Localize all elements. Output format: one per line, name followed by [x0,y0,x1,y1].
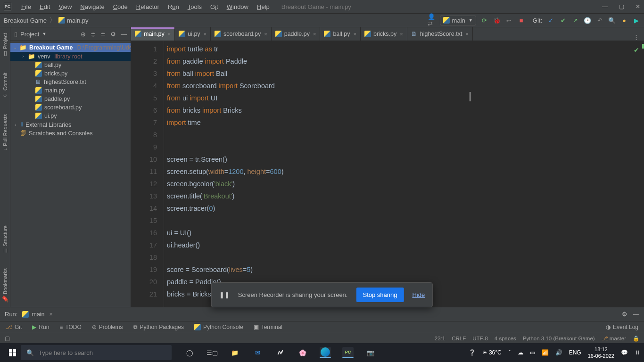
close-tab-icon[interactable]: × [400,31,403,37]
menu-edit[interactable]: Edit [35,0,54,13]
tree-file[interactable]: bricks.py [10,69,131,78]
menu-refactor[interactable]: Refactor [132,0,164,13]
git-update-icon[interactable]: ✓ [547,16,554,24]
chevron-down-icon[interactable]: ▼ [42,32,46,36]
coverage-icon[interactable]: ⤺ [505,16,513,24]
status-interpreter[interactable]: Python 3.10 (Breakout Game) [523,336,595,341]
status-position[interactable]: 23:1 [435,336,445,341]
hide-share-banner[interactable]: Hide [412,291,425,298]
tree-root[interactable]: ⌄📁 Breakout Game D:\Programming\Ude [10,43,131,52]
hide-panel-icon[interactable]: — [121,31,127,38]
cortana-icon[interactable]: ☰▢ [206,347,218,358]
close-icon[interactable]: × [50,311,53,318]
tray-expand-icon[interactable]: ˄ [508,349,511,356]
tree-external-libraries[interactable]: ›⫴ External Libraries [10,120,131,129]
editor-tab[interactable]: ui.py× [175,27,211,41]
breadcrumb-file[interactable]: main.py [58,17,89,24]
menu-window[interactable]: Window [223,0,253,13]
expand-all-icon[interactable]: ≑ [91,31,96,38]
project-panel-title[interactable]: Project [20,31,39,38]
wifi-icon[interactable]: 📶 [542,349,549,356]
maximize-button[interactable]: ▢ [619,3,624,10]
git-push-icon[interactable]: ↗ [571,16,579,24]
tool-problems[interactable]: ⊘Problems [92,324,123,330]
task-view-icon[interactable]: ◯ [184,347,195,358]
pause-icon[interactable]: ❚❚ [219,291,230,298]
select-opened-file-icon[interactable]: ⊕ [81,31,86,38]
breadcrumb-project[interactable]: Breakout Game [4,17,47,24]
git-commit-icon[interactable]: ✔ [559,16,567,24]
status-line-ending[interactable]: CRLF [452,336,466,341]
editor-tab[interactable]: 🗎highestScore.txt× [407,27,473,41]
status-git-branch[interactable]: ⎇ master [602,335,626,342]
stop-button-icon[interactable]: ■ [518,16,525,24]
status-lock-icon[interactable]: 🔒 [633,335,639,342]
camera-icon[interactable]: 📷 [365,347,376,358]
weather-widget[interactable]: ☀ 36°C [482,349,502,356]
run-button-icon[interactable]: ⟳ [481,16,488,24]
tool-python-packages[interactable]: ⧉Python Packages [133,324,184,330]
git-rollback-icon[interactable]: ↶ [596,16,603,24]
tool-terminal[interactable]: ▣Terminal [254,324,282,330]
more-tabs-icon[interactable]: ⋮ [628,33,644,41]
run-settings-icon[interactable]: ⚙ [622,311,627,318]
inspection-ok-icon[interactable]: ✔ [634,44,639,56]
notifications-icon[interactable]: 💬 [621,349,628,356]
close-tab-icon[interactable]: × [168,31,171,37]
search-everywhere-icon[interactable]: 🔍 [608,16,616,24]
debug-button-icon[interactable]: 🐞 [493,16,501,24]
tree-file[interactable]: ball.py [10,61,131,69]
minimize-button[interactable]: — [602,3,608,10]
tree-file[interactable]: 🗎highestScore.txt [10,78,131,86]
menu-navigate[interactable]: Navigate [76,0,108,13]
editor-tab[interactable]: scoreboard.py× [211,27,272,41]
edge-icon[interactable] [320,347,331,358]
tool-python-console[interactable]: Python Console [194,324,243,330]
editor-tab[interactable]: main.py× [131,27,175,41]
taskbar-search[interactable]: 🔍 Type here to search [21,345,172,360]
settings-icon[interactable]: ⚙ [110,31,116,38]
taskbar-clock[interactable]: 18:1216-06-2022 [588,346,614,359]
tree-file[interactable]: paddle.py [10,95,131,103]
git-history-icon[interactable]: 🕑 [584,16,591,24]
stop-sharing-button[interactable]: Stop sharing [356,288,404,302]
volume-icon[interactable]: 🔊 [555,349,562,356]
pycharm-icon[interactable]: PC [342,347,354,358]
close-tab-icon[interactable]: × [354,31,356,37]
close-button[interactable]: ✕ [636,3,640,10]
tree-venv[interactable]: ›📁 venv library root [10,52,131,61]
rail-pull-requests[interactable]: ↓ Pull Requests [0,110,9,154]
menu-git[interactable]: Git [206,0,223,13]
close-tab-icon[interactable]: × [313,31,316,37]
run-configuration-selector[interactable]: main ▼ [440,16,476,25]
hide-run-icon[interactable]: — [633,311,639,318]
rail-bookmarks[interactable]: 🔖 Bookmarks [0,264,9,307]
rail-project[interactable]: ▯ Project [0,29,9,61]
editor-body[interactable]: 123456789101112131415161718192021 import… [131,41,644,307]
start-button[interactable] [4,346,21,360]
menu-file[interactable]: File [17,0,35,13]
collapse-all-icon[interactable]: ≐ [100,31,106,38]
app-icon-1[interactable]: 🗲 [274,347,286,358]
editor-tab[interactable]: bricks.py× [361,27,407,41]
app-icon-2[interactable]: 🌸 [297,347,308,358]
menu-help[interactable]: Help [253,0,274,13]
status-indent[interactable]: 4 spaces [495,336,516,341]
explorer-icon[interactable]: 📁 [229,347,240,358]
editor-tab[interactable]: paddle.py× [272,27,321,41]
help-icon[interactable]: ❔ [469,349,476,356]
close-tab-icon[interactable]: × [264,31,267,37]
tree-file[interactable]: scoreboard.py [10,103,131,112]
status-encoding[interactable]: UTF-8 [472,336,488,341]
close-tab-icon[interactable]: × [204,31,206,37]
tool-event-log[interactable]: ◑Event Log [606,324,638,330]
tool-git[interactable]: ⎇Git [6,324,22,330]
tool-windows-icon[interactable]: ▢ [5,335,10,342]
tool-todo[interactable]: ≡TODO [59,324,81,330]
codewithme-icon[interactable]: ▶ [633,16,640,24]
rail-commit[interactable]: ○ Commit [0,69,9,103]
editor-tab[interactable]: ball.py× [320,27,361,41]
tree-file[interactable]: ui.py [10,112,131,120]
run-tool-tab[interactable]: main × [22,311,52,318]
onedrive-icon[interactable]: ☁ [518,349,523,356]
